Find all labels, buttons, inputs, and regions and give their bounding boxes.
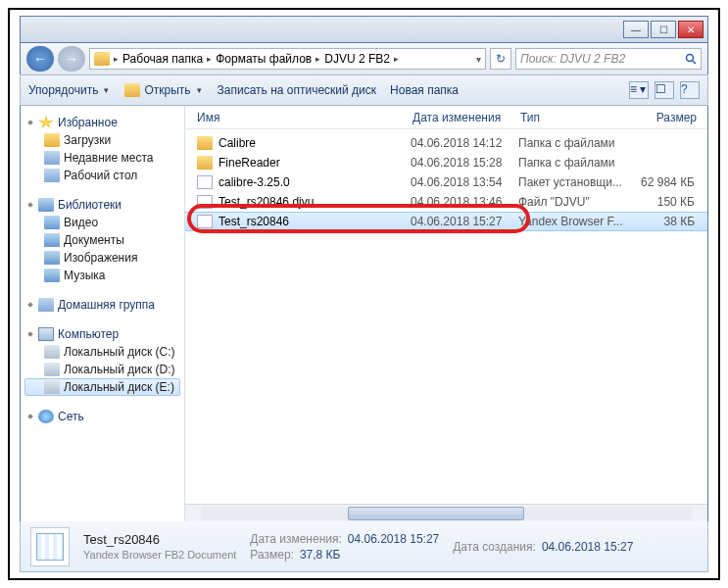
details-modified-label: Дата изменения: <box>250 532 342 546</box>
recent-icon <box>44 151 60 165</box>
organize-menu[interactable]: Упорядочить ▾ <box>28 83 111 97</box>
folder-icon <box>44 133 60 147</box>
close-button[interactable]: ✕ <box>678 21 704 38</box>
column-headers: Имя Дата изменения Тип Размер <box>185 106 707 129</box>
details-filetype: Yandex Browser FB2 Document <box>83 549 236 561</box>
drive-icon <box>44 363 60 376</box>
file-row[interactable]: Calibre 04.06.2018 14:12 Папка с файлами <box>185 133 707 153</box>
details-created-label: Дата создания: <box>453 540 536 554</box>
sidebar-item-drive-d[interactable]: Локальный диск (D:) <box>24 361 180 378</box>
details-created-value: 04.06.2018 15:27 <box>542 540 633 554</box>
sidebar-libraries[interactable]: Библиотеки <box>24 196 180 214</box>
refresh-button[interactable]: ↻ <box>490 48 511 70</box>
maximize-button[interactable]: ☐ <box>651 21 676 38</box>
breadcrumb[interactable]: ▸ Рабочая папка ▸ Форматы файлов ▸ DJVU … <box>89 48 486 70</box>
open-icon <box>124 83 140 97</box>
document-icon <box>44 233 60 247</box>
details-size-label: Размер: <box>250 548 294 562</box>
sidebar-favorites[interactable]: Избранное <box>24 114 180 131</box>
back-button[interactable]: ← <box>26 46 54 72</box>
column-name[interactable]: Имя <box>197 111 413 124</box>
star-icon <box>38 116 54 129</box>
svg-line-1 <box>693 61 696 64</box>
network-icon <box>38 410 54 423</box>
file-icon <box>197 215 213 228</box>
sidebar-item-desktop[interactable]: Рабочий стол <box>24 167 180 184</box>
file-icon <box>197 195 213 209</box>
titlebar: — ☐ ✕ <box>20 16 708 43</box>
navigation-pane: Избранное Загрузки Недавние места Рабочи… <box>21 106 185 521</box>
file-row[interactable]: calibre-3.25.0 04.06.2018 13:54 Пакет ус… <box>185 172 707 192</box>
column-date[interactable]: Дата изменения <box>413 111 520 124</box>
file-pane: Имя Дата изменения Тип Размер Calibre 04… <box>185 106 707 521</box>
music-icon <box>44 269 60 282</box>
help-button[interactable]: ? <box>680 81 700 99</box>
body: Избранное Загрузки Недавние места Рабочи… <box>20 106 708 521</box>
column-size[interactable]: Размер <box>628 111 697 124</box>
view-options-button[interactable]: ≡ ▾ <box>629 81 649 99</box>
drive-icon <box>44 345 60 359</box>
breadcrumb-segment[interactable]: Рабочая папка <box>122 52 203 66</box>
details-modified-value: 04.06.2018 15:27 <box>348 532 439 546</box>
installer-icon <box>197 175 213 189</box>
sidebar-item-pictures[interactable]: Изображения <box>24 249 180 267</box>
explorer-window: — ☐ ✕ ← → ▸ Рабочая папка ▸ Форматы файл… <box>20 16 708 572</box>
file-type-icon <box>30 527 70 566</box>
desktop-icon <box>44 169 60 182</box>
details-pane: Test_rs20846 Yandex Browser FB2 Document… <box>20 521 708 572</box>
file-row[interactable]: Test_rs20846.djvu 04.06.2018 13:46 Файл … <box>185 192 707 212</box>
toolbar: Упорядочить ▾ Открыть ▾ Записать на опти… <box>20 74 708 106</box>
sidebar-item-drive-c[interactable]: Локальный диск (C:) <box>24 343 180 361</box>
search-placeholder: Поиск: DJVU 2 FB2 <box>520 52 625 66</box>
sidebar-network[interactable]: Сеть <box>24 408 180 425</box>
burn-button[interactable]: Записать на оптический диск <box>218 83 377 97</box>
chevron-right-icon: ▸ <box>112 54 121 64</box>
library-icon <box>38 198 54 212</box>
file-row-selected[interactable]: Test_rs20846 04.06.2018 15:27 Yandex Bro… <box>185 212 707 231</box>
sidebar-homegroup[interactable]: Домашняя группа <box>24 296 180 314</box>
drive-icon <box>44 380 60 394</box>
sidebar-computer[interactable]: Компьютер <box>24 325 180 343</box>
sidebar-item-music[interactable]: Музыка <box>24 267 180 284</box>
details-filename: Test_rs20846 <box>83 532 236 547</box>
breadcrumb-segment[interactable]: DJVU 2 FB2 <box>324 52 390 66</box>
sidebar-item-downloads[interactable]: Загрузки <box>24 131 180 149</box>
svg-point-0 <box>687 55 694 62</box>
navbar: ← → ▸ Рабочая папка ▸ Форматы файлов ▸ D… <box>20 43 708 74</box>
image-icon <box>44 251 60 265</box>
forward-button[interactable]: → <box>58 46 85 72</box>
column-type[interactable]: Тип <box>520 111 628 124</box>
folder-icon <box>94 52 110 66</box>
scroll-thumb[interactable] <box>348 507 524 520</box>
folder-icon <box>197 136 213 150</box>
search-input[interactable]: Поиск: DJVU 2 FB2 <box>515 48 702 70</box>
file-list: Calibre 04.06.2018 14:12 Папка с файлами… <box>185 129 707 504</box>
sidebar-item-documents[interactable]: Документы <box>24 231 180 249</box>
details-size-value: 37,8 КБ <box>300 548 341 562</box>
breadcrumb-segment[interactable]: Форматы файлов <box>216 52 312 66</box>
computer-icon <box>38 327 54 341</box>
horizontal-scrollbar[interactable] <box>185 504 707 521</box>
homegroup-icon <box>38 298 54 312</box>
file-row[interactable]: FineReader 04.06.2018 15:28 Папка с файл… <box>185 153 707 172</box>
search-icon <box>685 53 697 65</box>
chevron-right-icon: ▸ <box>392 54 401 64</box>
sidebar-item-recent[interactable]: Недавние места <box>24 149 180 167</box>
sidebar-item-video[interactable]: Видео <box>24 214 180 231</box>
scroll-track[interactable] <box>201 507 692 520</box>
sidebar-item-drive-e[interactable]: Локальный диск (E:) <box>24 378 180 396</box>
chevron-right-icon: ▸ <box>314 54 322 64</box>
chevron-right-icon: ▸ <box>205 54 214 64</box>
dropdown-icon[interactable]: ▾ <box>476 54 481 65</box>
preview-pane-button[interactable]: ☐ <box>655 81 674 99</box>
new-folder-button[interactable]: Новая папка <box>390 83 459 97</box>
open-button[interactable]: Открыть ▾ <box>124 83 203 97</box>
video-icon <box>44 216 60 229</box>
minimize-button[interactable]: — <box>623 21 649 38</box>
folder-icon <box>197 156 213 170</box>
